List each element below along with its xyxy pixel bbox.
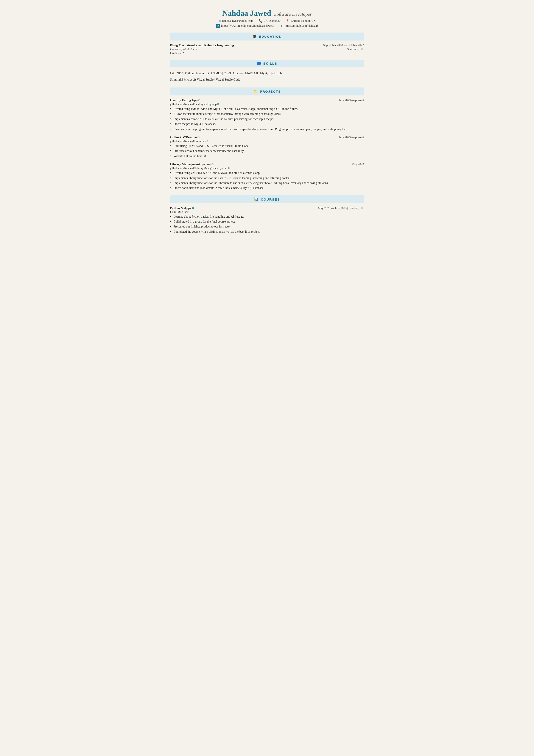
project-title-row: Online CV/Resume ⧉July 2023 — present — [170, 136, 364, 139]
course-bullet: Presented our finished product to our in… — [170, 224, 364, 229]
skills-icon: 🔵 — [257, 61, 261, 66]
course-provider: CodeFirstGirls — [170, 210, 364, 214]
education-icon: 🎓 — [252, 34, 257, 39]
location-icon: 📍 — [286, 19, 290, 23]
project-title: Online CV/Resume ⧉ — [170, 136, 200, 139]
course-date: May 2023 — July 2023 | London, UK — [318, 206, 364, 210]
project-bullets: Built using HTML5 and CSS3. Created in V… — [170, 144, 364, 159]
github-url: https://github.com/NahdaaJ — [285, 24, 318, 28]
linkedin-icon: in — [216, 24, 220, 28]
project-link-icon[interactable]: ⧉ — [212, 163, 213, 166]
resume-container: Nahdaa Jawed Software Developer ✉ nahdaa… — [170, 9, 364, 237]
header-name-row: Nahdaa Jawed Software Developer — [170, 9, 364, 18]
project-bullet: Built using HTML5 and CSS3. Created in V… — [170, 144, 364, 148]
project-bullet: Created using C#, .NET 6, OOP and MySQL … — [170, 171, 364, 176]
applicant-title: Software Developer — [274, 12, 312, 17]
project-item: Online CV/Resume ⧉July 2023 — presentgit… — [170, 136, 364, 159]
projects-section-header: 📁 PROJECTS — [170, 88, 364, 95]
project-bullet: Implements library functions for the 'li… — [170, 181, 364, 185]
header-links-row: in https://www.linkedin.com/in/nahdaa-ja… — [170, 24, 364, 28]
location-value: Enfield, London UK — [291, 19, 316, 23]
courses-heading: COURSES — [261, 198, 280, 201]
project-title: Library Management System ⧉ — [170, 162, 213, 166]
projects-list: Healthy Eating App ⧉July 2023 — presentg… — [170, 98, 364, 191]
course-bullet: Learned about Python basics, file handli… — [170, 214, 364, 219]
education-section-header: 🎓 EDUCATION — [170, 33, 364, 40]
courses-icon: 📊 — [254, 197, 259, 202]
github-contact[interactable]: ⊙ https://github.com/NahdaaJ — [281, 24, 318, 28]
projects-icon: 📁 — [253, 89, 258, 94]
github-icon: ⊙ — [281, 24, 284, 28]
email-value: nahdaajawed@gmail.com — [222, 19, 254, 23]
phone-icon: 📞 — [259, 19, 263, 23]
project-bullet: Implements library functions for the use… — [170, 176, 364, 180]
header-contact-row: ✉ nahdaajawed@gmail.com 📞 07918859330 📍 … — [170, 19, 364, 23]
edu-school-row: University of Sheffield Sheffield, UK — [170, 48, 364, 51]
project-date: May 2023 — [352, 163, 364, 166]
education-block: BEng Mechatronics and Robotics Engineeri… — [170, 43, 364, 55]
email-icon: ✉ — [218, 19, 221, 23]
project-item: Healthy Eating App ⧉July 2023 — presentg… — [170, 98, 364, 132]
edu-title-row: BEng Mechatronics and Robotics Engineeri… — [170, 43, 364, 47]
project-bullets: Created using Python, API's and MySQL an… — [170, 107, 364, 132]
education-heading: EDUCATION — [259, 35, 282, 38]
project-bullet: Stores book, user and loan details in th… — [170, 186, 364, 190]
phone-value: 07918859330 — [264, 19, 280, 23]
skills-line2: Simulink | Microsoft Visual Studio | Vis… — [170, 76, 364, 83]
project-item: Library Management System ⧉May 2023githu… — [170, 162, 364, 191]
skills-block: C# | .NET | Python | JavaScript | HTML5 … — [170, 70, 364, 83]
edu-location: Sheffield, UK — [347, 48, 364, 51]
project-title: Healthy Eating App ⧉ — [170, 98, 200, 102]
skills-heading: SKILLS — [263, 62, 277, 65]
project-bullet: Website link found here. ⧉ — [170, 154, 364, 159]
applicant-name: Nahdaa Jawed — [222, 9, 271, 18]
email-contact: ✉ nahdaajawed@gmail.com — [218, 19, 254, 23]
header-section: Nahdaa Jawed Software Developer ✉ nahdaa… — [170, 9, 364, 28]
course-title: Python & Apps ⧉ — [170, 206, 194, 210]
courses-list: Python & Apps ⧉May 2023 — July 2023 | Lo… — [170, 206, 364, 234]
edu-date: September 2018 — October 2022 — [323, 43, 364, 47]
course-link-icon[interactable]: ⧉ — [192, 207, 194, 210]
project-bullet: Stores recipes in MySQL database. — [170, 122, 364, 126]
project-bullet: Implements a calorie API to calculate th… — [170, 117, 364, 122]
linkedin-contact[interactable]: in https://www.linkedin.com/in/nahdaa-ja… — [216, 24, 274, 28]
course-bullet: Completed the course with a distinction … — [170, 230, 364, 234]
project-bullet: Created using Python, API's and MySQL an… — [170, 107, 364, 111]
skills-line1: C# | .NET | Python | JavaScript | HTML5 … — [170, 70, 364, 76]
projects-heading: PROJECTS — [260, 90, 281, 93]
project-date: July 2023 — present — [339, 99, 364, 102]
edu-grade: Grade - 2:2 — [170, 51, 364, 55]
project-link-icon[interactable]: ⧉ — [198, 136, 200, 139]
project-bullet: Allows the user to input a recipe either… — [170, 112, 364, 116]
project-bullet: Prioritises colour scheme, user accessib… — [170, 148, 364, 153]
project-github-link[interactable]: github.com/NahdaaJ/online-cv ⧉ — [170, 139, 364, 143]
linkedin-url: https://www.linkedin.com/in/nahdaa-jawed… — [221, 24, 274, 28]
project-github-link[interactable]: github.com/NahdaaJ/healthy-eating-app ⧉ — [170, 102, 364, 106]
course-bullets: Learned about Python basics, file handli… — [170, 214, 364, 234]
project-bullets: Created using C#, .NET 6, OOP and MySQL … — [170, 171, 364, 191]
edu-school: University of Sheffield — [170, 48, 197, 51]
edu-degree: BEng Mechatronics and Robotics Engineeri… — [170, 43, 234, 47]
course-title-row: Python & Apps ⧉May 2023 — July 2023 | Lo… — [170, 206, 364, 210]
project-title-row: Healthy Eating App ⧉July 2023 — present — [170, 98, 364, 102]
phone-contact: 📞 07918859330 — [259, 19, 280, 23]
location-contact: 📍 Enfield, London UK — [286, 19, 316, 23]
course-bullet: Collaborated in a group for the final co… — [170, 219, 364, 224]
project-link-icon[interactable]: ⧉ — [199, 99, 200, 102]
project-date: July 2023 — present — [339, 136, 364, 139]
skills-section-header: 🔵 SKILLS — [170, 60, 364, 67]
project-github-link[interactable]: github.com/NahdaaJ/LibraryManagementSyst… — [170, 166, 364, 170]
project-bullet: Users can ask the program to prepare a m… — [170, 127, 364, 132]
courses-section-header: 📊 COURSES — [170, 195, 364, 203]
project-title-row: Library Management System ⧉May 2023 — [170, 162, 364, 166]
course-item: Python & Apps ⧉May 2023 — July 2023 | Lo… — [170, 206, 364, 234]
